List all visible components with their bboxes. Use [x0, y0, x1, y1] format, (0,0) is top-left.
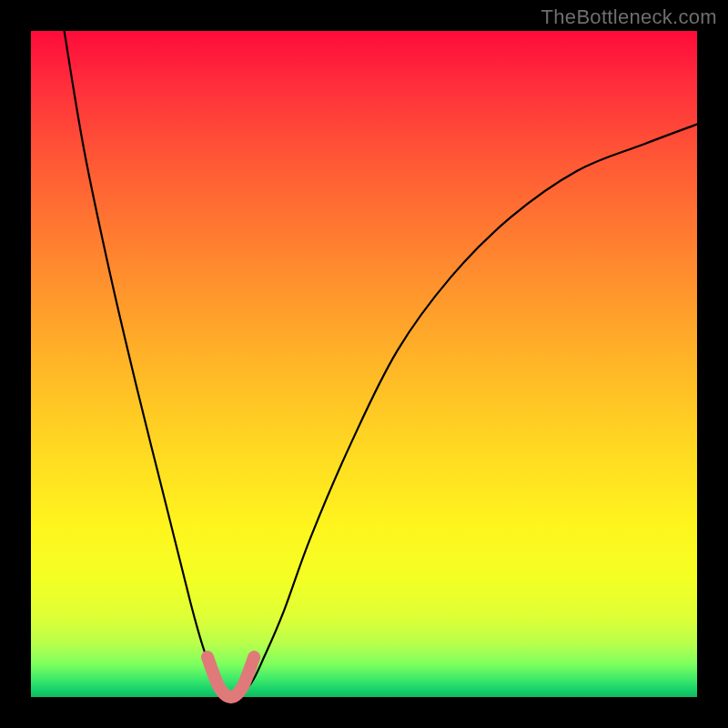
- curve-layer: [31, 31, 697, 697]
- bottleneck-curve: [65, 31, 697, 697]
- chart-frame: TheBottleneck.com: [0, 0, 728, 728]
- plot-area: [31, 31, 697, 697]
- watermark-text: TheBottleneck.com: [541, 5, 717, 29]
- highlight-minimum: [207, 657, 254, 697]
